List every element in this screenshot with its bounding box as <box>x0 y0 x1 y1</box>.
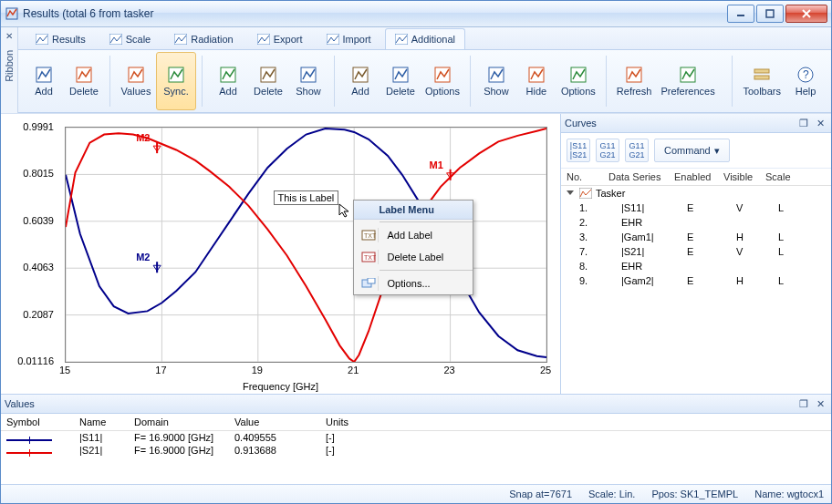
values-panel: Values ❐ ✕ Symbol Name Domain Value Unit… <box>1 394 831 484</box>
y-tick-label: 0.8015 <box>23 168 54 179</box>
values-row[interactable]: |S21|F= 16.9000 [GHz]0.913688[-] <box>1 444 831 457</box>
toolbar-icon <box>219 66 237 84</box>
curves-tree-header: No. Data Series Enabled Visible Scale <box>561 169 831 186</box>
tree-expand-icon[interactable] <box>567 190 574 195</box>
upper-area: 0.011160.20870.40630.60390.80150.9991 15… <box>1 113 831 394</box>
title-bar[interactable]: Results (total 6 from tasker <box>1 1 831 27</box>
curves-panel-title-bar[interactable]: Curves ❐ ✕ <box>561 114 831 133</box>
status-ppos: Ppos: SK1_TEMPL <box>651 489 738 499</box>
symbol-swatch <box>6 432 79 443</box>
chevron-down-icon: ▾ <box>714 145 720 157</box>
ribbon-collapse-button[interactable]: ✕ <box>5 31 13 41</box>
y-tick-label: 0.4063 <box>23 262 54 273</box>
toolbar-values-button-1[interactable]: Values <box>116 52 156 110</box>
tab-radiation[interactable]: Radiation <box>164 28 243 49</box>
label-context-menu: Label Menu TXT Add Label TXT Delete Labe… <box>353 200 473 295</box>
tab-results[interactable]: Results <box>26 28 96 49</box>
toolbar-delete-button-3[interactable]: Delete <box>380 52 421 110</box>
ribbon: ✕ Ribbon ResultsScaleRadiationExportImpo… <box>1 27 831 113</box>
values-body[interactable]: Symbol Name Domain Value Units |S11|F= 1… <box>1 414 831 484</box>
curves-tree-root[interactable]: Tasker <box>561 186 831 201</box>
toolbar-add-button-0[interactable]: Add <box>24 52 64 110</box>
toolbar-delete-button-2[interactable]: Delete <box>248 52 288 110</box>
toolbar-delete-button-0[interactable]: Delete <box>64 52 104 110</box>
minimize-button[interactable] <box>727 5 754 23</box>
floating-label[interactable]: This is Label <box>274 190 339 205</box>
toolbar-icon <box>75 66 93 84</box>
toolbar-preferences-button-5[interactable]: Preferences <box>656 52 719 110</box>
toolbar-options-button-3[interactable]: Options <box>421 52 464 110</box>
toolbar-icon <box>351 66 369 84</box>
context-menu-add-label[interactable]: TXT Add Label <box>354 224 473 246</box>
tab-icon <box>109 34 122 45</box>
toolbar-sync-button-1[interactable]: Sync. <box>156 52 196 110</box>
toolbar-icon <box>625 66 643 84</box>
curves-row[interactable]: 1.|S11|EVL <box>561 201 831 215</box>
close-button[interactable] <box>785 5 827 23</box>
x-axis-title: Frequency [GHz] <box>1 381 560 392</box>
values-row[interactable]: |S11|F= 16.9000 [GHz]0.409555[-] <box>1 431 831 444</box>
chart-marker-label[interactable]: M1 <box>430 159 443 170</box>
tab-additional[interactable]: Additional <box>385 28 465 49</box>
panel-close-button[interactable]: ✕ <box>813 396 827 411</box>
toolbar-hide-button-4[interactable]: Hide <box>516 52 556 110</box>
curves-mini-button-3[interactable]: G11G21 <box>625 139 649 162</box>
x-tick-label: 23 <box>443 365 454 375</box>
toolbar-add-button-3[interactable]: Add <box>340 52 380 110</box>
ribbon-main: ResultsScaleRadiationExportImportAdditio… <box>18 27 831 113</box>
x-tick-label: 15 <box>59 365 70 375</box>
curves-row[interactable]: 8.EHR <box>561 259 831 273</box>
status-scale: Scale: Lin. <box>588 489 635 499</box>
text-delete-icon: TXT <box>359 250 379 264</box>
ribbon-side-label: Ribbon <box>4 50 15 82</box>
toolbar-icon: ? <box>796 66 815 84</box>
curves-tree[interactable]: No. Data Series Enabled Visible Scale Ta… <box>561 169 831 394</box>
toolbar-help-button[interactable]: ?Help <box>785 52 826 110</box>
panel-undock-button[interactable]: ❐ <box>796 116 811 130</box>
body: 0.011160.20870.40630.60390.80150.9991 15… <box>1 113 831 503</box>
svg-rect-24 <box>754 69 769 73</box>
options-icon <box>359 276 379 291</box>
curves-panel-title: Curves <box>565 118 795 129</box>
toolbar-icon <box>391 66 410 84</box>
curves-row[interactable]: 9.|Gam2|EHL <box>561 273 831 288</box>
curves-mini-button-1[interactable]: |S11|S21 <box>567 139 590 162</box>
toolbar-icon <box>753 66 771 84</box>
svg-rect-49 <box>579 188 592 199</box>
curves-row[interactable]: 3.|Gam1|EHL <box>561 230 831 244</box>
toolbar-options-button-4[interactable]: Options <box>556 52 600 110</box>
curves-mini-button-2[interactable]: G11G21 <box>596 139 619 162</box>
values-panel-title: Values <box>5 398 795 409</box>
curves-row[interactable]: 2.EHR <box>561 215 831 230</box>
curves-row[interactable]: 7.|S21|EVL <box>561 244 831 259</box>
values-panel-title-bar[interactable]: Values ❐ ✕ <box>1 395 831 414</box>
toolbar-show-button-2[interactable]: Show <box>288 52 328 110</box>
context-menu-delete-label[interactable]: TXT Delete Label <box>354 246 473 268</box>
panel-undock-button[interactable]: ❐ <box>796 396 811 411</box>
app-icon <box>5 6 19 21</box>
context-menu-options[interactable]: Options... <box>354 273 473 294</box>
tab-export[interactable]: Export <box>247 28 313 49</box>
values-header: Symbol Name Domain Value Units <box>1 414 831 431</box>
panel-close-button[interactable]: ✕ <box>813 116 827 130</box>
chart-pane[interactable]: 0.011160.20870.40630.60390.80150.9991 15… <box>1 114 560 394</box>
toolbar-icon <box>569 66 588 84</box>
maximize-button[interactable] <box>756 5 784 23</box>
chart-marker-label[interactable]: M2 <box>136 252 150 262</box>
tab-scale[interactable]: Scale <box>99 28 161 49</box>
text-add-icon: TXT <box>359 228 379 242</box>
command-dropdown[interactable]: Command▾ <box>654 139 730 162</box>
svg-rect-25 <box>754 76 769 79</box>
x-tick-label: 21 <box>348 365 359 375</box>
toolbar-add-button-2[interactable]: Add <box>208 52 248 110</box>
tab-import[interactable]: Import <box>317 28 381 49</box>
y-axis-labels: 0.011160.20870.40630.60390.80150.9991 <box>6 127 57 363</box>
toolbar-toolbars-button[interactable]: Toolbars <box>738 52 785 110</box>
toolbar-refresh-button-5[interactable]: Refresh <box>612 52 657 110</box>
y-tick-label: 0.6039 <box>23 215 54 226</box>
chart-box[interactable] <box>65 127 547 363</box>
chart-marker-label[interactable]: M2 <box>136 132 150 143</box>
svg-text:TXT: TXT <box>364 232 376 239</box>
y-tick-label: 0.01116 <box>17 355 54 366</box>
toolbar-show-button-4[interactable]: Show <box>476 52 516 110</box>
